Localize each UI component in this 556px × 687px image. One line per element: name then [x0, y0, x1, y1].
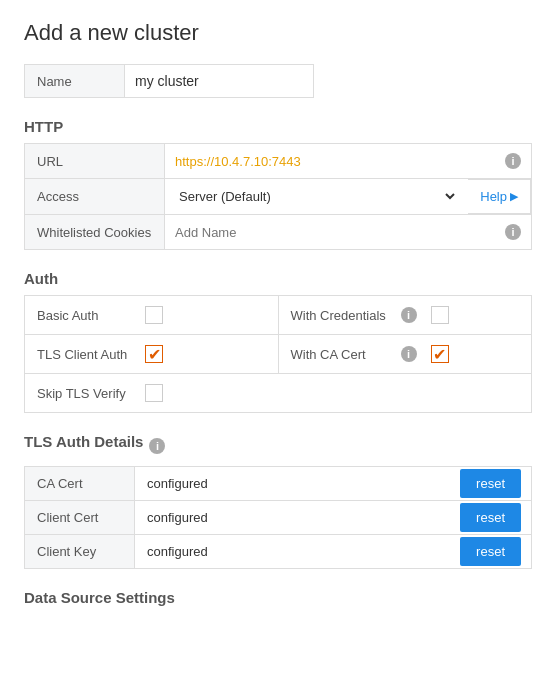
url-info-icon[interactable]: i [505, 153, 521, 169]
whitelisted-cookies-value: i [165, 215, 531, 249]
with-credentials-label: With Credentials [291, 308, 391, 323]
access-label: Access [25, 179, 165, 214]
auth-row-2: TLS Client Auth ✔ With CA Cert i ✔ [25, 335, 531, 374]
url-row: URL https://10.4.7.10:7443 i [25, 144, 531, 179]
tls-rows: CA Cert configured reset Client Cert con… [24, 466, 532, 569]
client-cert-row: Client Cert configured reset [25, 501, 531, 535]
tls-auth-section: TLS Auth Details i CA Cert configured re… [24, 433, 532, 569]
client-cert-reset-button[interactable]: reset [460, 503, 521, 532]
tls-client-auth-check-icon: ✔ [148, 345, 161, 364]
whitelisted-cookies-label: Whitelisted Cookies [25, 215, 165, 249]
client-cert-value: configured [135, 501, 460, 534]
with-ca-cert-check-icon: ✔ [433, 345, 446, 364]
http-section: HTTP URL https://10.4.7.10:7443 i Access… [24, 118, 532, 250]
access-select[interactable]: Server (Default) Browser (Direct) [175, 179, 458, 214]
auth-grid: Basic Auth With Credentials i TLS Client… [24, 295, 532, 413]
cookies-info-icon[interactable]: i [505, 224, 521, 240]
with-ca-cert-cell: With CA Cert i ✔ [279, 335, 532, 373]
help-button[interactable]: Help ▶ [468, 179, 531, 214]
http-section-title: HTTP [24, 118, 532, 135]
ca-cert-label: CA Cert [25, 467, 135, 500]
client-key-value: configured [135, 535, 460, 568]
tls-section-title: TLS Auth Details [24, 433, 143, 450]
tls-client-auth-label: TLS Client Auth [37, 347, 137, 362]
help-chevron-icon: ▶ [510, 190, 518, 203]
with-ca-cert-checkbox[interactable]: ✔ [431, 345, 449, 363]
client-key-reset-button[interactable]: reset [460, 537, 521, 566]
access-row: Access Server (Default) Browser (Direct)… [25, 179, 531, 215]
with-ca-cert-info-icon[interactable]: i [401, 346, 417, 362]
name-field-row: Name [24, 64, 532, 98]
tls-info-icon[interactable]: i [149, 438, 165, 454]
data-source-section: Data Source Settings [24, 589, 532, 606]
client-key-row: Client Key configured reset [25, 535, 531, 568]
with-ca-cert-label: With CA Cert [291, 347, 391, 362]
with-credentials-info-icon[interactable]: i [401, 307, 417, 323]
tls-title-row: TLS Auth Details i [24, 433, 532, 458]
url-value: https://10.4.7.10:7443 i [165, 144, 531, 178]
with-credentials-cell: With Credentials i [279, 296, 532, 334]
auth-section-title: Auth [24, 270, 532, 287]
client-key-label: Client Key [25, 535, 135, 568]
basic-auth-cell: Basic Auth [25, 296, 278, 334]
name-input[interactable] [124, 64, 314, 98]
name-label: Name [24, 64, 124, 98]
with-credentials-checkbox[interactable] [431, 306, 449, 324]
http-rows: URL https://10.4.7.10:7443 i Access Serv… [24, 143, 532, 250]
basic-auth-label: Basic Auth [37, 308, 137, 323]
skip-tls-checkbox[interactable] [145, 384, 163, 402]
client-cert-label: Client Cert [25, 501, 135, 534]
client-key-configured: configured [147, 544, 208, 559]
whitelisted-cookies-row: Whitelisted Cookies i [25, 215, 531, 249]
page-title: Add a new cluster [24, 20, 532, 46]
ca-cert-row: CA Cert configured reset [25, 467, 531, 501]
tls-client-auth-cell: TLS Client Auth ✔ [25, 335, 278, 373]
url-text: https://10.4.7.10:7443 [175, 154, 301, 169]
skip-tls-cell: Skip TLS Verify [25, 374, 531, 412]
help-label: Help [480, 189, 507, 204]
auth-section: Auth Basic Auth With Credentials i TLS C… [24, 270, 532, 413]
basic-auth-checkbox[interactable] [145, 306, 163, 324]
url-label: URL [25, 144, 165, 178]
ca-cert-reset-button[interactable]: reset [460, 469, 521, 498]
ca-cert-value: configured [135, 467, 460, 500]
auth-row-3: Skip TLS Verify [25, 374, 531, 412]
skip-tls-label: Skip TLS Verify [37, 386, 137, 401]
ca-cert-configured: configured [147, 476, 208, 491]
whitelisted-cookies-input[interactable] [175, 225, 505, 240]
data-source-title: Data Source Settings [24, 589, 532, 606]
client-cert-configured: configured [147, 510, 208, 525]
auth-row-1: Basic Auth With Credentials i [25, 296, 531, 335]
tls-client-auth-checkbox[interactable]: ✔ [145, 345, 163, 363]
